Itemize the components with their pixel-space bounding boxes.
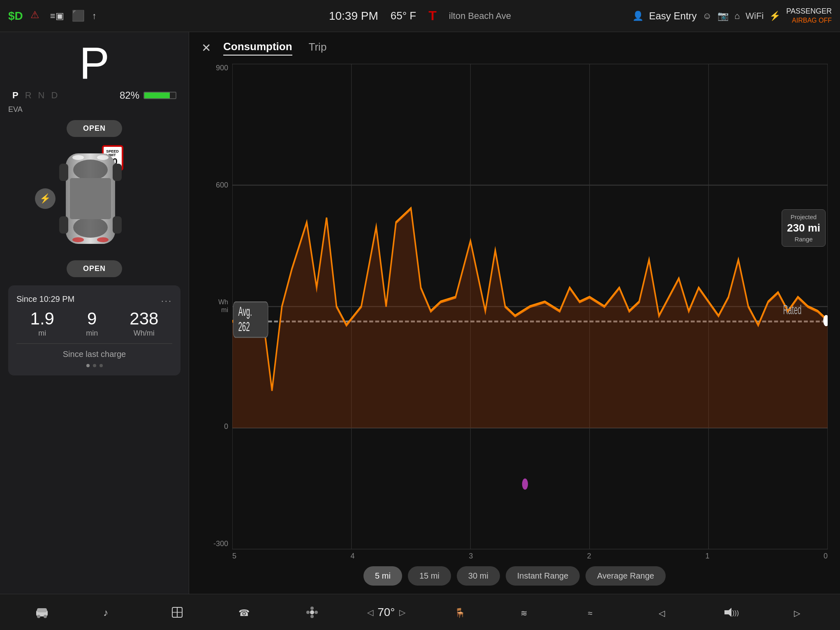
btn-15mi[interactable]: 15 mi (408, 566, 451, 586)
status-right: 👤 Easy Entry ☺ 📷 ⌂ WiFi ⚡ PASSENGER AIRB… (626, 7, 832, 25)
taskbar-seat-icon[interactable]: 🪑 (448, 600, 473, 625)
svg-rect-8 (113, 216, 122, 234)
left-panel: P P R N D 82% EVA OPEN SPEEDLIMIT 30 (0, 32, 189, 594)
home-icon: ⌂ (734, 11, 740, 21)
svg-text:≈: ≈ (588, 609, 592, 618)
x-label-4: 4 (351, 552, 355, 561)
gear-D[interactable]: D (51, 90, 58, 101)
gear-N[interactable]: N (38, 90, 45, 101)
battery-fill (144, 93, 170, 98)
chart-container: 900 600 Whmi 0 -300 (201, 64, 828, 561)
taskbar-volume-icon[interactable]: )))) (718, 600, 743, 625)
taskbar-apps-icon[interactable] (165, 600, 190, 625)
y-label-900: 900 (216, 64, 228, 72)
btn-30mi[interactable]: 30 mi (457, 566, 500, 586)
easy-entry-label: Easy Entry (649, 10, 697, 22)
taskbar-fan-icon[interactable] (300, 600, 324, 625)
stats-panel: Since 10:29 PM ... 1.9 mi 9 min 238 Wh/m… (8, 285, 180, 375)
tab-trip[interactable]: Trip (309, 40, 327, 56)
projected-value: 230 mi (787, 221, 820, 235)
person-icon: 👤 (632, 11, 643, 21)
btn-instant-range[interactable]: Instant Range (506, 566, 580, 586)
stats-header: Since 10:29 PM ... (16, 294, 172, 304)
bluetooth-icon: ⚡ (769, 11, 780, 21)
svg-text:)))): )))) (732, 609, 739, 616)
status-center: 10:39 PM 65° F T ilton Beach Ave (214, 8, 626, 23)
close-button[interactable]: ✕ (201, 41, 211, 55)
stat-minutes: 9 min (86, 310, 98, 338)
chart-tabs: Consumption Trip (223, 40, 326, 56)
x-label-0: 0 (824, 552, 828, 561)
car-diagram: OPEN SPEEDLIMIT 30 (8, 120, 180, 277)
svg-rect-30 (37, 608, 47, 612)
taskbar-vol-down-icon[interactable]: ◁ (650, 600, 675, 625)
svg-text:◁: ◁ (659, 609, 665, 618)
y-label-unit: Whmi (218, 298, 228, 314)
svg-text:▷: ▷ (794, 609, 801, 618)
gear-R[interactable]: R (25, 90, 32, 101)
svg-text:♪: ♪ (103, 607, 108, 618)
dollar-d-icon: $D (8, 9, 23, 23)
stat-miles-value: 1.9 (30, 310, 54, 327)
btn-5mi[interactable]: 5 mi (363, 566, 402, 586)
svg-point-10 (97, 155, 109, 160)
svg-point-2 (73, 160, 108, 180)
taskbar-defrost-front-icon[interactable]: ≈ (583, 600, 608, 625)
dot-3 (100, 364, 103, 367)
stats-dots (16, 364, 172, 367)
status-temp: 65° F (391, 9, 416, 22)
battery-row: 82% (120, 90, 176, 101)
rear-door-open-button[interactable]: OPEN (67, 260, 122, 277)
svg-point-39 (306, 611, 310, 614)
y-axis: 900 600 Whmi 0 -300 (201, 64, 232, 561)
battery-percent: 82% (120, 90, 139, 101)
smiley-icon: ☺ (703, 11, 712, 21)
menu-icon: ≡▣ (50, 11, 64, 21)
charge-indicator: ⚡ (35, 188, 56, 209)
front-door-open-button[interactable]: OPEN (67, 120, 122, 137)
taskbar-phone-icon[interactable]: ☎ (232, 600, 257, 625)
taskbar-temperature[interactable]: ◁ 70° ▷ (367, 606, 405, 619)
consumption-chart-svg: Avg. 262 Rated (232, 64, 828, 549)
easy-entry-button[interactable]: Easy Entry (649, 10, 697, 22)
taskbar-car-icon[interactable] (30, 600, 54, 625)
y-label-0: 0 (224, 422, 228, 431)
consumption-area (232, 208, 828, 428)
y-label-neg300: -300 (213, 540, 228, 548)
temperature-value: 70° (377, 606, 395, 619)
display-icon: ⬛ (72, 9, 85, 22)
gear-P[interactable]: P (12, 90, 19, 101)
svg-point-3 (73, 217, 108, 238)
passenger-airbag: PASSENGER AIRBAG OFF (786, 7, 832, 25)
projected-range-box: Projected 230 mi Range (782, 209, 826, 247)
car-svg (58, 141, 132, 256)
svg-point-31 (37, 615, 40, 618)
tab-consumption[interactable]: Consumption (223, 40, 292, 56)
stat-wh-value: 238 (130, 310, 158, 327)
stat-minutes-value: 9 (86, 310, 98, 327)
svg-rect-4 (70, 178, 111, 219)
since-last-charge-label: Since last charge (16, 350, 172, 359)
x-label-1: 1 (705, 552, 709, 561)
svg-rect-7 (59, 216, 68, 234)
temp-down-arrow[interactable]: ◁ (367, 607, 373, 617)
svg-text:⚠: ⚠ (30, 9, 39, 20)
upload-icon: ↑ (92, 11, 97, 21)
svg-point-37 (310, 607, 314, 610)
taskbar: ♪ ☎ ◁ 70° ▷ 🪑 ≋ ≈ ◁ )))) ▷ (0, 594, 840, 630)
taskbar-vol-up-icon[interactable]: ▷ (786, 600, 810, 625)
temp-up-arrow[interactable]: ▷ (399, 607, 405, 617)
taskbar-music-icon[interactable]: ♪ (97, 600, 122, 625)
svg-text:🪑: 🪑 (454, 607, 466, 618)
warning-icon: ⚠ (30, 8, 43, 23)
svg-text:Avg.: Avg. (238, 304, 252, 318)
chart-buttons: 5 mi 15 mi 30 mi Instant Range Average R… (201, 566, 828, 586)
stats-menu-button[interactable]: ... (161, 294, 172, 304)
tesla-logo: T (428, 8, 437, 23)
svg-point-32 (44, 615, 47, 618)
svg-point-9 (72, 155, 84, 160)
btn-average-range[interactable]: Average Range (585, 566, 666, 586)
stat-miles-unit: mi (30, 329, 54, 338)
taskbar-defrost-rear-icon[interactable]: ≋ (516, 600, 540, 625)
right-panel: ✕ Consumption Trip 900 600 Whmi 0 -300 (189, 32, 840, 594)
